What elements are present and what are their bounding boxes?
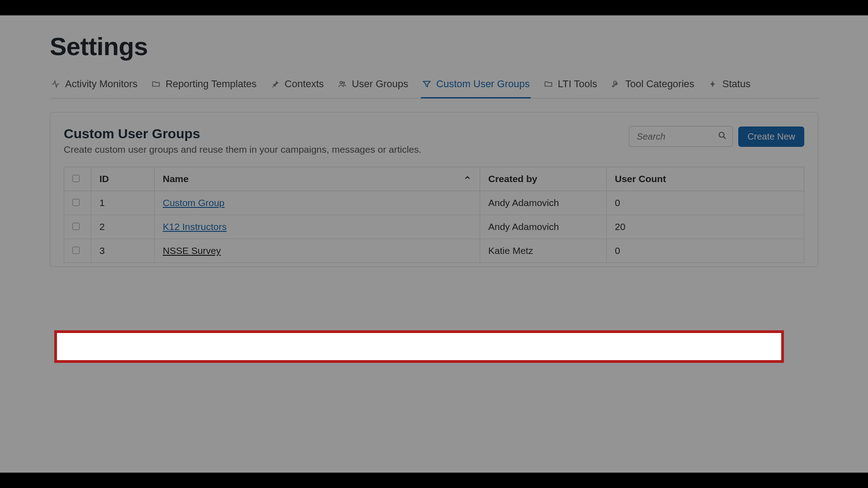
pin-icon	[270, 79, 280, 89]
checkbox-icon	[72, 199, 80, 206]
svg-point-1	[343, 82, 345, 84]
tab-label: Custom User Groups	[436, 78, 530, 90]
panel-custom-user-groups: Custom User Groups Create custom user gr…	[50, 112, 818, 267]
checkbox-icon	[72, 223, 80, 230]
row-created-by: Katie Metz	[480, 239, 607, 263]
tab-label: Reporting Templates	[165, 78, 256, 90]
tab-label: Status	[722, 78, 750, 90]
row-created-by: Andy Adamovich	[480, 215, 607, 239]
user-groups-table: ID Name Created by User Count	[64, 167, 804, 263]
svg-line-3	[724, 137, 726, 139]
svg-point-2	[719, 132, 724, 137]
tab-tool-categories[interactable]: Tool Categories	[610, 75, 695, 99]
group-link[interactable]: K12 Instructors	[163, 221, 226, 232]
row-checkbox-cell[interactable]	[64, 191, 91, 215]
tab-label: User Groups	[352, 78, 408, 90]
header-id[interactable]: ID	[91, 167, 155, 191]
tab-status[interactable]: Status	[707, 75, 751, 99]
tab-label: Tool Categories	[625, 78, 694, 90]
tab-label: LTI Tools	[558, 78, 597, 90]
table-row: 1 Custom Group Andy Adamovich 0	[64, 191, 804, 215]
folder-icon	[543, 79, 553, 89]
folder-icon	[151, 79, 161, 89]
row-user-count: 20	[607, 215, 804, 239]
row-id: 1	[91, 191, 155, 215]
table-row: 2 K12 Instructors Andy Adamovich 20	[64, 215, 804, 239]
bolt-icon	[708, 79, 718, 89]
checkbox-icon	[72, 175, 80, 182]
activity-icon	[51, 79, 61, 89]
table-row: 3 NSSE Survey Katie Metz 0	[64, 239, 804, 263]
tab-user-groups[interactable]: User Groups	[336, 75, 409, 99]
tab-label: Activity Monitors	[65, 78, 137, 90]
tab-reporting-templates[interactable]: Reporting Templates	[150, 75, 257, 99]
row-user-count: 0	[607, 239, 804, 263]
tab-custom-user-groups[interactable]: Custom User Groups	[421, 75, 531, 99]
filter-icon	[422, 79, 432, 89]
group-link[interactable]: Custom Group	[163, 197, 225, 208]
tab-label: Contexts	[285, 78, 324, 90]
header-name-label: Name	[163, 174, 189, 184]
tab-lti-tools[interactable]: LTI Tools	[542, 75, 598, 99]
tab-activity-monitors[interactable]: Activity Monitors	[50, 75, 138, 99]
header-name[interactable]: Name	[155, 167, 480, 191]
header-created-by[interactable]: Created by	[480, 167, 607, 191]
tabs-bar: Activity Monitors Reporting Templates Co…	[50, 75, 818, 99]
header-user-count[interactable]: User Count	[607, 167, 804, 191]
panel-title: Custom User Groups	[64, 126, 421, 141]
chevron-up-icon	[463, 174, 472, 184]
group-link[interactable]: NSSE Survey	[163, 245, 221, 256]
row-id: 2	[91, 215, 155, 239]
row-checkbox-cell[interactable]	[64, 215, 91, 239]
page-title: Settings	[50, 32, 818, 61]
panel-subtitle: Create custom user groups and reuse them…	[64, 144, 421, 155]
users-icon	[337, 79, 347, 89]
checkbox-icon	[72, 247, 80, 254]
svg-point-0	[340, 81, 342, 84]
search-icon	[717, 131, 727, 142]
row-created-by: Andy Adamovich	[480, 191, 607, 215]
row-user-count: 0	[607, 191, 804, 215]
tab-contexts[interactable]: Contexts	[269, 75, 325, 99]
header-select-all[interactable]	[64, 167, 91, 191]
row-id: 3	[91, 239, 155, 263]
create-new-button[interactable]: Create New	[738, 127, 804, 147]
wrench-icon	[611, 79, 621, 89]
row-checkbox-cell[interactable]	[64, 239, 91, 263]
